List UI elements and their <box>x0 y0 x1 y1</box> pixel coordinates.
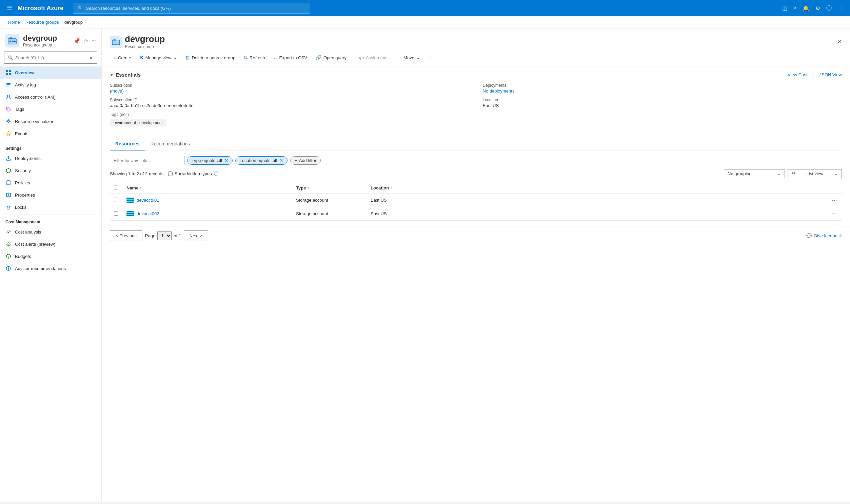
sidebar-item-deployments[interactable]: Deployments <box>0 152 101 164</box>
add-filter-button[interactable]: + Add filter <box>290 156 321 165</box>
settings-gear-icon[interactable]: ⚙ <box>815 5 820 12</box>
move-button[interactable]: → Move ⌄ <box>393 53 423 63</box>
manage-view-button[interactable]: ⚙ Manage view ⌄ <box>136 53 180 63</box>
global-search[interactable]: 🔍 Search resources, services, and docs (… <box>73 3 310 14</box>
essentials-location-label: Location <box>483 97 842 102</box>
list-view-dropdown[interactable]: ☷ List view ⌄ <box>787 169 842 178</box>
select-all-checkbox[interactable] <box>114 185 118 190</box>
sidebar-item-overview[interactable]: Overview <box>0 67 101 79</box>
resource-name: devgroup <box>23 34 57 43</box>
help-question-icon[interactable]: ⓘ <box>826 5 832 12</box>
svg-point-14 <box>7 108 8 109</box>
feedback-label: Give feedback <box>814 233 842 238</box>
sidebar-item-policies-label: Policies <box>15 180 30 185</box>
tags-edit-link[interactable]: edit <box>121 112 127 117</box>
filter-location-remove-icon[interactable]: ✕ <box>279 158 283 163</box>
sidebar-item-cost-alerts[interactable]: $ Cost alerts (preview) <box>0 238 101 250</box>
sidebar-item-deployments-label: Deployments <box>15 156 41 161</box>
name-sort-icon[interactable]: ↕ <box>140 186 141 190</box>
next-button[interactable]: Next > <box>184 231 208 241</box>
create-button[interactable]: + Create <box>110 53 135 63</box>
json-view-link[interactable]: JSON View <box>819 72 842 77</box>
portal-icon[interactable]: ◫ <box>782 5 787 12</box>
svg-point-3 <box>10 41 11 42</box>
open-query-button[interactable]: 🔗 Open query <box>312 53 350 63</box>
create-label: Create <box>118 55 131 60</box>
close-icon[interactable]: ✕ <box>837 38 842 45</box>
tab-recommendations[interactable]: Recommendations <box>145 138 196 150</box>
sidebar-item-locks[interactable]: Locks <box>0 201 101 213</box>
delete-button[interactable]: 🗑 Delete resource group <box>181 53 239 63</box>
no-deployments-link[interactable]: No deployments <box>483 88 515 93</box>
more-actions-button[interactable]: ⋯ <box>425 53 436 62</box>
svg-rect-11 <box>6 84 11 85</box>
filter-type-chip[interactable]: Type equals all ✕ <box>187 156 233 165</box>
svg-rect-8 <box>6 73 8 75</box>
sidebar-item-properties[interactable]: Properties <box>0 189 101 201</box>
sidebar-item-advisor-recommendations[interactable]: Advisor recommendations <box>0 262 101 274</box>
tab-resources[interactable]: Resources <box>110 138 145 150</box>
previous-button[interactable]: < Previous <box>110 231 142 241</box>
sidebar-item-events[interactable]: Events <box>0 127 101 140</box>
give-feedback-button[interactable]: 💬 Give feedback <box>806 233 842 238</box>
row-checkbox-cell <box>110 194 122 207</box>
export-button[interactable]: ⇓ Export to CSV <box>270 53 311 63</box>
type-sort-icon[interactable]: ↕ <box>307 186 309 190</box>
query-icon: 🔗 <box>315 55 322 61</box>
sidebar-collapse-icon[interactable]: « <box>88 54 93 62</box>
page-select[interactable]: 1 <box>157 231 172 240</box>
breadcrumb-resource-groups[interactable]: Resource groups <box>25 20 59 25</box>
row-checkbox-1[interactable] <box>114 211 118 216</box>
filter-location-chip[interactable]: Location equals all ✕ <box>235 156 288 165</box>
more-options-icon[interactable]: ··· <box>91 38 96 44</box>
sidebar-item-activity-log[interactable]: Activity log <box>0 79 101 91</box>
row-checkbox-0[interactable] <box>114 198 118 202</box>
account-icon[interactable]: 👤 <box>838 5 845 12</box>
sidebar-item-budgets[interactable]: $ Budgets <box>0 250 101 262</box>
subscription-move-link[interactable]: move <box>111 88 122 93</box>
refresh-button[interactable]: ↻ Refresh <box>240 53 268 63</box>
resource-link-0[interactable]: devacct001 <box>126 198 288 203</box>
assign-tags-button[interactable]: 🏷 Assign tags <box>356 53 392 63</box>
row-name-cell-0: devacct001 <box>122 194 292 207</box>
sidebar-item-activity-log-label: Activity log <box>15 83 36 87</box>
pin-icon[interactable]: 📌 <box>73 38 80 44</box>
filter-type-value: all <box>217 158 222 163</box>
filter-location-label: Location equals <box>240 158 270 163</box>
sidebar-search-bar[interactable]: 🔍 « <box>4 52 97 64</box>
resource-link-1[interactable]: devacct002 <box>126 211 288 216</box>
filter-type-remove-icon[interactable]: ✕ <box>225 158 228 163</box>
sidebar-item-resource-visualizer[interactable]: Resource visualizer <box>0 115 101 127</box>
content-header: devgroup Resource group ✕ <box>102 29 850 49</box>
pagination: < Previous Page 1 of 1 Next > 💬 Give fee… <box>102 226 850 245</box>
hamburger-icon[interactable]: ☰ <box>5 3 14 13</box>
grouping-dropdown[interactable]: No grouping ⌄ <box>724 169 785 178</box>
svg-point-13 <box>7 95 10 97</box>
sidebar-item-properties-label: Properties <box>15 193 35 198</box>
view-cost-link[interactable]: View Cost <box>787 72 807 77</box>
cloud-shell-icon[interactable]: > <box>793 5 796 11</box>
content-area: devgroup Resource group ✕ + Create ⚙ Man… <box>102 29 850 502</box>
sidebar-item-security[interactable]: Security <box>0 164 101 177</box>
filter-input[interactable] <box>110 156 184 165</box>
sidebar-item-tags[interactable]: Tags <box>0 103 101 115</box>
essentials-chevron-down-icon[interactable]: ▼ <box>110 73 113 77</box>
show-hidden-checkbox[interactable] <box>168 172 173 176</box>
info-icon[interactable]: ⓘ <box>214 171 218 177</box>
add-filter-label: Add filter <box>299 158 316 163</box>
essentials-tags-label: Tags (edit) <box>110 112 469 117</box>
sidebar-item-access-control[interactable]: Access control (IAM) <box>0 91 101 103</box>
row-more-options-icon-1[interactable]: ⋯ <box>832 211 838 217</box>
filter-type-label: Type equals <box>192 158 215 163</box>
sidebar-item-cost-analysis[interactable]: Cost analysis <box>0 226 101 238</box>
sidebar-item-advisor-label: Advisor recommendations <box>15 266 66 271</box>
sidebar-item-overview-label: Overview <box>15 70 35 75</box>
breadcrumb-home[interactable]: Home <box>8 20 20 25</box>
sidebar-search-input[interactable] <box>15 55 86 60</box>
row-more-options-icon-0[interactable]: ⋯ <box>832 197 838 203</box>
sidebar: devgroup Resource group 📌 ☆ ··· 🔍 « Over… <box>0 29 102 502</box>
favorite-star-icon[interactable]: ☆ <box>84 38 88 44</box>
location-sort-icon[interactable]: ↕ <box>390 186 392 190</box>
sidebar-item-policies[interactable]: Policies <box>0 177 101 189</box>
notification-bell-icon[interactable]: 🔔 <box>802 5 809 12</box>
